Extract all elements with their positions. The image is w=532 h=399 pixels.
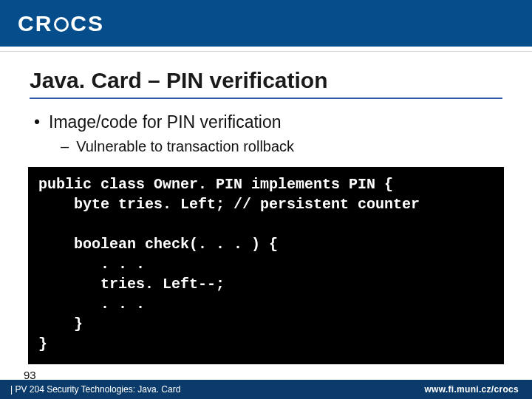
logo-text-right: CS — [70, 11, 104, 36]
code-block: public class Owner. PIN implements PIN {… — [28, 167, 504, 364]
crocs-logo: CR CS — [18, 11, 104, 36]
footer-course: | PV 204 Security Technologies: Java. Ca… — [10, 384, 180, 395]
bullet-level2: Vulnerable to transaction rollback — [61, 138, 502, 155]
bullet-level1: Image/code for PIN verification — [34, 112, 502, 132]
footer-bar: | PV 204 Security Technologies: Java. Ca… — [0, 380, 532, 399]
slide: CR CS Java. Card – PIN verification Imag… — [0, 0, 532, 399]
logo-text-left: CR — [18, 11, 52, 36]
slide-title: Java. Card – PIN verification — [30, 68, 502, 93]
logo-ring-icon — [54, 17, 69, 32]
slide-content: Java. Card – PIN verification Image/code… — [0, 47, 532, 399]
header-bar: CR CS — [0, 0, 532, 47]
title-underline — [30, 98, 502, 99]
footer-url: www.fi.muni.cz/crocs — [424, 384, 519, 395]
